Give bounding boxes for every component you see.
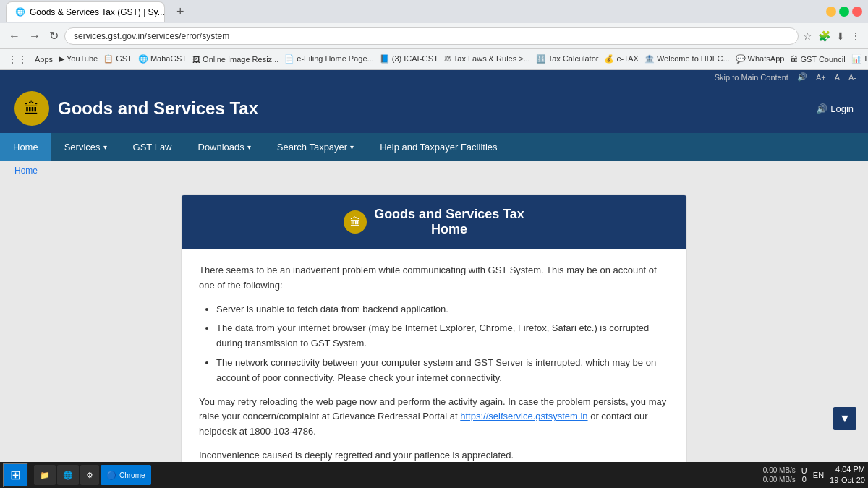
ie-icon: 🌐 xyxy=(63,471,73,480)
card-emblem-icon: 🏛 xyxy=(350,216,360,228)
maximize-button[interactable] xyxy=(839,7,849,17)
card-header: 🏛 Goods and Services Tax Home xyxy=(182,195,686,249)
browser-tab[interactable]: 🌐 Goods & Services Tax (GST) | Sy... ✕ xyxy=(6,1,165,22)
scroll-top-button[interactable]: ▼ xyxy=(833,407,856,430)
error-bullet-3: The network connectivity between your co… xyxy=(216,356,669,386)
taskbar-ie[interactable]: 🌐 xyxy=(57,465,79,485)
site-logo: 🏛 Goods and Services Tax xyxy=(14,91,258,126)
card-header-title: Goods and Services Tax Home xyxy=(374,207,524,237)
breadcrumb-home-link[interactable]: Home xyxy=(14,166,38,176)
card-title-line1: Goods and Services Tax xyxy=(374,207,524,222)
extensions-icon[interactable]: 🧩 xyxy=(817,29,832,43)
bookmark-star-icon[interactable]: ☆ xyxy=(801,29,814,43)
address-bar-row: ← → ↻ ☆ 🧩 ⬇ ⋮ xyxy=(0,23,868,49)
network-up: 0.00 MB/s xyxy=(763,466,796,475)
error-body: There seems to be an inadvertent problem… xyxy=(182,249,686,487)
minimize-button[interactable] xyxy=(826,7,836,17)
error-retry-paragraph: You may retry reloading the web page now… xyxy=(199,395,669,440)
main-navigation: Home Services ▾ GST Law Downloads ▾ Sear… xyxy=(0,133,868,161)
taskbar-clock: 4:04 PM 19-Oct-20 xyxy=(830,464,865,487)
settings-icon: ⚙ xyxy=(86,471,93,480)
login-label: Login xyxy=(830,103,854,114)
taskbar-chrome[interactable]: 🔵 Chrome xyxy=(101,465,151,485)
lang-label: EN xyxy=(813,471,824,479)
nav-search-label: Search Taxpayer xyxy=(277,142,347,153)
nav-help-label: Help and Taxpayer Facilities xyxy=(380,142,497,153)
bookmarks-bar: ⋮⋮ Apps ▶ YouTube 📋 GST 🌐 MahaGST 🖼 Onli… xyxy=(0,49,868,69)
taskbar-chrome-label: Chrome xyxy=(119,471,145,479)
start-button[interactable]: ⊞ xyxy=(3,463,28,487)
taskbar: ⊞ 📁 🌐 ⚙ 🔵 Chrome 0.00 MB/s 0.00 MB/s U 0… xyxy=(0,462,868,488)
bookmark-gst-council[interactable]: 🏛 GST Council xyxy=(790,55,845,64)
site-title: Goods and Services Tax xyxy=(58,98,258,119)
new-tab-button[interactable]: + xyxy=(171,1,190,22)
nav-downloads-label: Downloads xyxy=(198,142,244,153)
clock-time: 4:04 PM xyxy=(830,464,865,475)
utility-bar: Skip to Main Content 🔊 A+ A A- xyxy=(0,70,868,84)
bookmark-etax[interactable]: 💰 e-TAX xyxy=(604,54,638,64)
clock-date: 19-Oct-20 xyxy=(830,475,865,486)
bookmark-apps[interactable]: Apps xyxy=(35,55,53,64)
window-close-button[interactable] xyxy=(852,7,862,17)
error-bullet-2: The data from your internet browser (may… xyxy=(216,321,669,351)
back-button[interactable]: ← xyxy=(6,28,23,44)
breadcrumb: Home xyxy=(0,161,868,180)
card-title-line2: Home xyxy=(374,222,524,237)
network-info: 0.00 MB/s 0.00 MB/s xyxy=(763,466,796,484)
bookmark-hdfc[interactable]: 🏦 Welcome to HDFC... xyxy=(644,54,730,64)
nav-downloads-arrow: ▾ xyxy=(247,143,251,151)
login-icon: 🔊 xyxy=(816,103,827,114)
chrome-icon: 🔵 xyxy=(106,471,116,480)
nav-gst-law-label: GST Law xyxy=(133,142,172,153)
file-explorer-icon: 📁 xyxy=(40,471,50,480)
window-controls xyxy=(826,7,862,17)
nav-item-services[interactable]: Services ▾ xyxy=(51,133,120,161)
emblem-icon: 🏛 xyxy=(25,100,39,117)
nav-item-downloads[interactable]: Downloads ▾ xyxy=(185,133,264,161)
nav-item-home[interactable]: Home xyxy=(0,133,51,161)
taskbar-file-explorer[interactable]: 📁 xyxy=(34,465,56,485)
error-card: 🏛 Goods and Services Tax Home There seem… xyxy=(181,194,687,487)
scroll-top-icon: ▼ xyxy=(839,412,851,425)
address-input[interactable] xyxy=(64,27,799,45)
bookmark-gst[interactable]: 📋 GST xyxy=(103,54,132,64)
site-header: 🏛 Goods and Services Tax 🔊 Login xyxy=(0,84,868,133)
login-button[interactable]: 🔊 Login xyxy=(816,103,854,114)
font-size-a[interactable]: A xyxy=(835,73,840,82)
bookmark-traces[interactable]: 📊 TRACES | Login xyxy=(851,54,868,64)
apps-icon[interactable]: ⋮⋮ xyxy=(6,52,29,67)
bookmark-taxcalc[interactable]: 🔢 Tax Calculator xyxy=(536,54,599,64)
bookmark-icai[interactable]: 📘 (3) ICAI-GST xyxy=(380,54,438,64)
logo-emblem: 🏛 xyxy=(14,91,49,126)
regret-text: Inconvenience caused is deeply regretted… xyxy=(199,448,669,463)
nav-item-gst-law[interactable]: GST Law xyxy=(120,133,185,161)
forward-button[interactable]: → xyxy=(26,28,43,44)
refresh-button[interactable]: ↻ xyxy=(46,27,61,44)
tab-title: Goods & Services Tax (GST) | Sy... xyxy=(30,7,165,17)
bookmark-whatsapp[interactable]: 💬 WhatsApp xyxy=(736,54,785,64)
nav-search-arrow: ▾ xyxy=(350,143,354,151)
main-content-area: 🏛 Goods and Services Tax Home There seem… xyxy=(0,180,868,488)
font-size-a-minus[interactable]: A- xyxy=(848,73,856,82)
bookmark-image-resize[interactable]: 🖼 Online Image Resiz... xyxy=(192,55,278,64)
font-size-a-plus[interactable]: A+ xyxy=(816,73,826,82)
nav-services-label: Services xyxy=(64,142,101,153)
taskbar-settings[interactable]: ⚙ xyxy=(80,465,99,485)
bookmark-taxlaws[interactable]: ⚖ Tax Laws & Rules >... xyxy=(444,54,530,64)
nav-item-help[interactable]: Help and Taxpayer Facilities xyxy=(367,133,510,161)
nav-item-search-taxpayer[interactable]: Search Taxpayer ▾ xyxy=(264,133,367,161)
toolbar-icons: ☆ 🧩 ⬇ ⋮ xyxy=(801,29,862,43)
card-emblem: 🏛 xyxy=(344,210,367,234)
page-content: Skip to Main Content 🔊 A+ A A- 🏛 Goods a… xyxy=(0,70,868,488)
bookmark-efiling[interactable]: 📄 e-Filing Home Page... xyxy=(284,54,373,64)
bookmark-youtube[interactable]: ▶ YouTube xyxy=(59,54,98,64)
font-size-icon: 🔊 xyxy=(797,72,807,82)
error-bullet-1: Server is unable to fetch data from back… xyxy=(216,302,669,317)
download-icon[interactable]: ⬇ xyxy=(835,29,846,43)
u-counter: U 0 xyxy=(801,466,807,484)
grievance-portal-link[interactable]: https://selfservice.gstsystem.in xyxy=(460,411,587,421)
menu-icon[interactable]: ⋮ xyxy=(849,29,862,43)
skip-to-main-link[interactable]: Skip to Main Content xyxy=(715,73,788,82)
taskbar-right: 0.00 MB/s 0.00 MB/s U 0 EN 4:04 PM 19-Oc… xyxy=(763,464,865,487)
bookmark-mahagst[interactable]: 🌐 MahaGST xyxy=(138,54,187,64)
